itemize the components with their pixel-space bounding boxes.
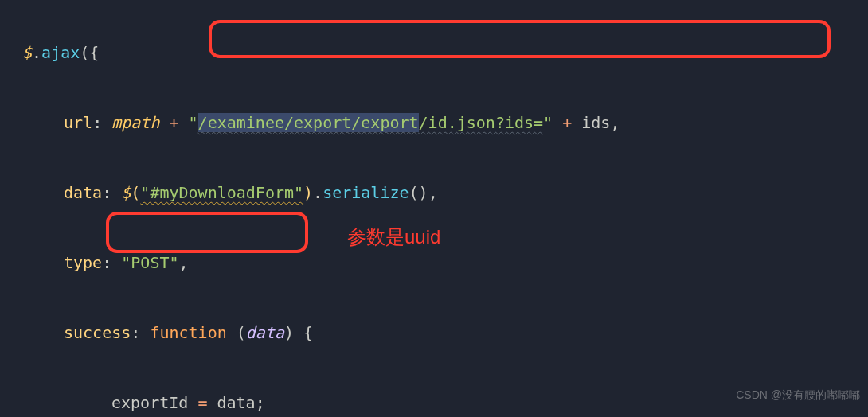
code-line-5: success: function (data) {	[0, 315, 868, 350]
selected-url-fragment: /examinee/export/export	[198, 113, 419, 132]
dollar-sign: $	[22, 43, 32, 62]
code-line-4: type: "POST",	[0, 245, 868, 280]
code-line-1: $.ajax({	[0, 35, 868, 70]
code-line-2: url: mpath + "/examinee/export/export/id…	[0, 105, 868, 140]
code-block: $.ajax({ url: mpath + "/examinee/export/…	[0, 0, 868, 417]
code-line-6: exportId = data;	[0, 385, 868, 417]
code-line-3: data: $("#myDownloadForm").serialize(),	[0, 175, 868, 210]
